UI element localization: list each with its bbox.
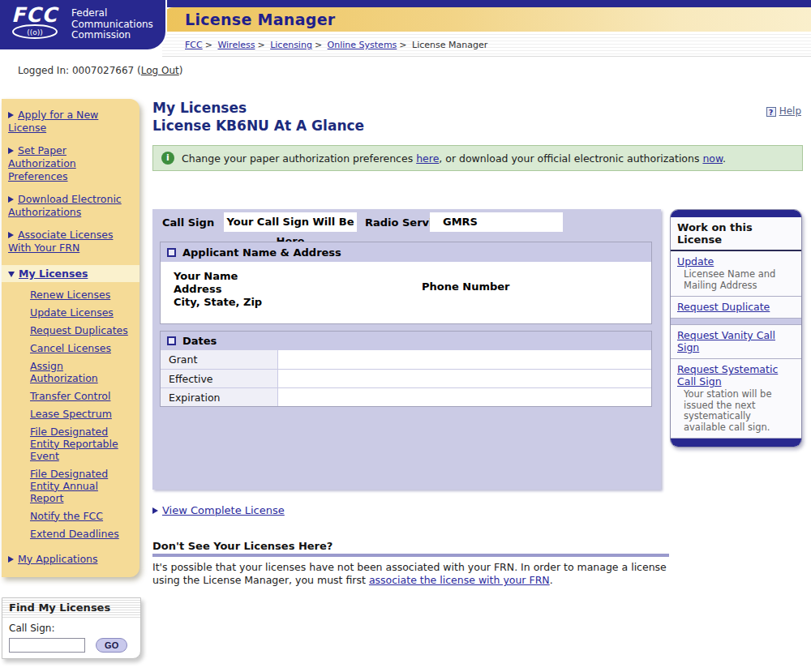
call-sign-value-box: Your Call Sign Will Be Here [224,212,357,232]
panel-top-cap [671,210,801,217]
help-link[interactable]: Help [779,105,801,117]
notice-text: Change your paper authorization preferen… [182,152,726,165]
paragraph-line1: It's possible that your licenses have no… [152,561,688,574]
applicant-section-body: Your Name Address City, State, Zip Phone… [161,262,651,325]
sidebar-item-my-applications[interactable]: My Applications [8,553,133,566]
table-row: Expiration [161,387,651,406]
sidebar-subitem-lease-spectrum[interactable]: Lease Spectrum [30,408,133,420]
breadcrumb-separator: > [203,40,215,50]
breadcrumb-link-licensing[interactable]: Licensing [270,40,312,50]
panel-bottom-cap [671,439,801,447]
fcc-swoosh-icon: ((o)) [11,24,58,41]
left-sidebar: Apply for a New License Set Paper Author… [2,99,139,577]
section-square-icon [167,248,176,257]
request-vanity-call-sign-link[interactable]: Request Vanity Call Sign [677,329,775,353]
help-area: ?Help [766,105,801,117]
license-header-row: Call Sign Your Call Sign Will Be Here Ra… [152,209,661,235]
svg-text:((o)): ((o)) [27,28,43,36]
breadcrumb-separator: > [397,40,409,50]
notice-now-link[interactable]: now [702,152,723,165]
dates-row-label-grant: Grant [161,350,278,369]
table-row: Grant [161,350,651,369]
dates-row-label-expiration: Expiration [161,388,278,406]
work-item-request-vanity: Request Vanity Call Sign [671,325,801,359]
dates-section-title: Dates [182,335,217,347]
sidebar-subitem-update-licenses[interactable]: Update Licenses [30,306,133,319]
sidebar-item-my-licenses[interactable]: My Licenses [2,265,139,282]
separator [671,319,801,325]
radio-service-value-box: GMRS [430,212,563,232]
breadcrumb-link-fcc[interactable]: FCC [185,40,203,50]
breadcrumb-current: License Manager [412,40,487,50]
app-title: License Manager [162,7,811,32]
sidebar-item-apply-new-license[interactable]: Apply for a New License [8,109,133,134]
paren: ) [179,65,183,76]
logged-in-frn: 0007027667 [72,65,134,76]
dates-section-header: Dates [161,332,651,350]
sidebar-subitem-fde-reportable-event[interactable]: File Designated Entity Reportable Event [30,426,133,462]
logged-in-label: Logged In: [18,65,69,76]
associate-license-link[interactable]: associate the license with your FRN [369,574,550,586]
fcc-logo-text: FCC [11,6,70,24]
applicant-phone: Phone Number [422,280,510,293]
update-link[interactable]: Update [677,255,714,268]
breadcrumb-separator: > [312,40,324,50]
triangle-right-icon [152,507,158,514]
applicant-name-address: Your Name Address City, State, Zip [174,270,262,309]
sidebar-item-associate-licenses[interactable]: Associate Licenses With Your FRN [8,229,133,254]
breadcrumb-link-online-systems[interactable]: Online Systems [328,40,397,50]
sidebar-subitem-transfer-control[interactable]: Transfer Control [30,390,133,402]
call-sign-label: Call Sign: [9,623,134,634]
fcc-agency-name: Federal Communications Commission [71,8,153,41]
sidebar-subitem-cancel-licenses[interactable]: Cancel Licenses [30,342,133,354]
applicant-address: Address [174,283,262,296]
sidebar-subitem-renew-licenses[interactable]: Renew Licenses [30,289,133,301]
sidebar-subitem-request-duplicates[interactable]: Request Duplicates [30,324,133,336]
find-my-licenses-panel: Find My Licenses Call Sign: GO [2,597,141,659]
sidebar-subitem-notify-the-fcc[interactable]: Notify the FCC [30,510,133,522]
dont-see-licenses-title: Don't See Your Licenses Here? [152,540,333,552]
section-square-icon [167,336,176,345]
work-item-request-duplicate: Request Duplicate [671,297,801,319]
logged-in-bar: Logged In: 0007027667 (Log Out) [18,65,182,76]
info-icon: i [161,152,174,165]
divider-bar [152,554,669,557]
dont-see-licenses-paragraph: It's possible that your licenses have no… [152,561,688,587]
sidebar-item-set-paper-authorization[interactable]: Set Paper Authorization Preferences [8,144,133,182]
sidebar-subitem-extend-deadlines[interactable]: Extend Deadlines [30,528,133,540]
triangle-down-icon [8,272,15,277]
triangle-right-icon [8,232,14,238]
notice-bar: i Change your paper authorization prefer… [152,145,803,171]
applicant-city-state-zip: City, State, Zip [174,296,262,309]
dates-row-label-effective: Effective [161,370,278,387]
sidebar-item-download-electronic-authorizations[interactable]: Download Electronic Authorizations [8,193,133,218]
paragraph-line2: using the License Manager, you must firs… [152,574,688,587]
breadcrumb: FCC> Wireless> Licensing> Online Systems… [162,32,811,50]
page-title-line2: License KB6NU At A Glance [152,118,364,134]
find-my-licenses-body: Call Sign: GO [2,618,140,653]
request-systematic-call-sign-link[interactable]: Request Systematic Call Sign [677,363,778,387]
view-complete-license[interactable]: View Complete License [152,504,285,516]
fcc-logo-mark: FCC ((o)) [11,6,70,44]
applicant-name: Your Name [174,270,262,283]
dates-row-value-grant [278,350,651,369]
view-complete-license-link[interactable]: View Complete License [162,504,285,516]
update-description: Licensee Name and Mailing Address [677,269,795,291]
license-at-a-glance-panel: Call Sign Your Call Sign Will Be Here Ra… [152,209,661,490]
notice-here-link[interactable]: here [416,152,439,165]
breadcrumb-link-wireless[interactable]: Wireless [217,40,255,50]
applicant-section: Applicant Name & Address Your Name Addre… [160,242,652,324]
sidebar-subitem-fde-annual-report[interactable]: File Designated Entity Annual Report [30,468,133,504]
dates-row-value-expiration [278,388,651,406]
sidebar-item-my-reports[interactable]: My Reports [8,576,133,577]
find-my-licenses-title: Find My Licenses [2,598,140,618]
help-icon: ? [766,107,776,117]
triangle-right-icon [8,556,14,563]
request-systematic-description: Your station will be issued the next sys… [677,389,795,433]
go-button[interactable]: GO [96,638,127,653]
sidebar-subitem-assign-authorization[interactable]: Assign Authorization [30,360,133,384]
applicant-section-header: Applicant Name & Address [161,242,651,262]
call-sign-input[interactable] [9,638,85,653]
log-out-link[interactable]: Log Out [141,65,179,76]
request-duplicate-link[interactable]: Request Duplicate [677,301,770,313]
